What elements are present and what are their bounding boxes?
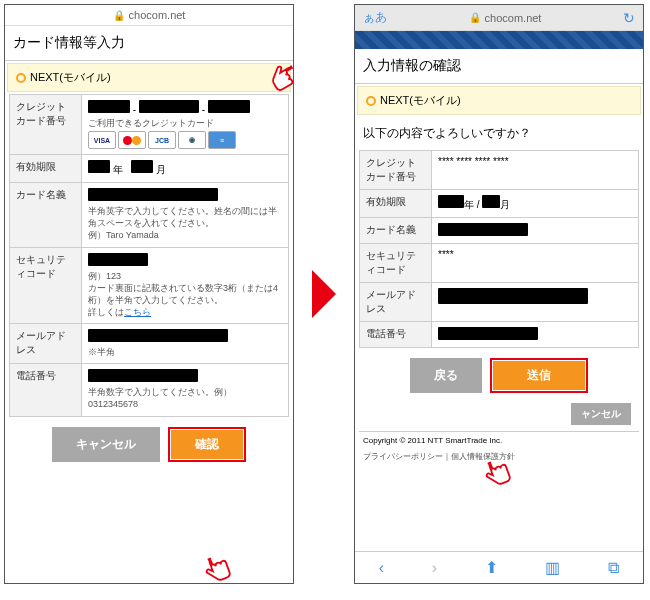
amex-icon: ≡ [208, 131, 236, 149]
confirm-table: クレジットカード番号**** **** **** **** 有効期限年 / 月 … [359, 150, 639, 348]
url-text: chocom.net [129, 9, 186, 21]
back-button[interactable]: 戻る [410, 358, 482, 393]
c-phone-lbl: 電話番号 [360, 322, 432, 348]
c-card-val: **** **** **** **** [432, 151, 639, 190]
card-hint: ご利用できるクレジットカード [88, 117, 282, 129]
c-cvv-val: **** [432, 244, 639, 283]
nav-back-icon[interactable]: ‹ [379, 559, 384, 577]
mastercard-icon [118, 131, 146, 149]
share-icon[interactable]: ⬆︎ [485, 558, 498, 577]
confirm-question: 以下の内容でよろしいですか？ [355, 117, 643, 150]
c-name-lbl: カード名義 [360, 218, 432, 244]
tabs-icon[interactable]: ⧉ [608, 559, 619, 577]
reload-icon[interactable]: ↻ [623, 10, 635, 26]
name-input[interactable] [88, 188, 218, 201]
cvv-hint: 例）123 カード裏面に記載されている数字3桁（または4桁）を半角で入力してくだ… [88, 270, 282, 319]
diners-icon: ◉ [178, 131, 206, 149]
left-phone: 🔒 chocom.net カード情報等入力 NEXT(モバイル) クレジットカー… [4, 4, 294, 584]
cvv-link[interactable]: こちら [124, 307, 151, 317]
nav-fwd-icon[interactable]: › [432, 559, 437, 577]
bookmarks-icon[interactable]: ▥ [545, 558, 560, 577]
card-seg-2[interactable] [139, 100, 199, 113]
label-name: カード名義 [10, 183, 82, 247]
next-banner-left: NEXT(モバイル) [7, 63, 291, 92]
c-email-lbl: メールアドレス [360, 283, 432, 322]
email-hint: ※半角 [88, 346, 282, 358]
copyright: Copyright © 2011 NTT SmartTrade Inc. [359, 431, 639, 449]
card-seg-3[interactable] [208, 100, 250, 113]
cancel-button-right[interactable]: ャンセル [571, 403, 631, 425]
form-table-left: クレジットカード番号 - - ご利用できるクレジットカード VISA JCB ◉… [9, 94, 289, 417]
right-phone: ぁあ 🔒 chocom.net ↻ 入力情報の確認 NEXT(モバイル) 以下の… [354, 4, 644, 584]
arrow-right-icon [312, 270, 336, 318]
circle-icon [366, 96, 376, 106]
next-banner-right: NEXT(モバイル) [357, 86, 641, 115]
phone-hint: 半角数字で入力してください。例）0312345678 [88, 386, 282, 410]
circle-icon [16, 73, 26, 83]
card-brands: VISA JCB ◉ ≡ [88, 131, 282, 149]
expiry-month[interactable] [131, 160, 153, 173]
expiry-year[interactable] [88, 160, 110, 173]
label-email: メールアドレス [10, 324, 82, 364]
lock-icon: 🔒 [469, 12, 481, 23]
email-input[interactable] [88, 329, 228, 342]
c-card-lbl: クレジットカード番号 [360, 151, 432, 190]
confirm-button[interactable]: 確認 [171, 430, 243, 459]
text-size-icon[interactable]: ぁあ [363, 9, 387, 26]
header-banner [355, 31, 643, 49]
label-expiry: 有効期限 [10, 155, 82, 183]
safari-toolbar: ‹ › ⬆︎ ▥ ⧉ [355, 551, 643, 583]
visa-icon: VISA [88, 131, 116, 149]
cancel-button-left[interactable]: キャンセル [52, 427, 160, 462]
phone-input[interactable] [88, 369, 198, 382]
card-seg-1[interactable] [88, 100, 130, 113]
c-exp-lbl: 有効期限 [360, 190, 432, 218]
c-cvv-lbl: セキュリティコード [360, 244, 432, 283]
send-button[interactable]: 送信 [493, 361, 585, 390]
url-text: chocom.net [485, 12, 542, 24]
url-bar-right: ぁあ 🔒 chocom.net ↻ [355, 5, 643, 31]
label-card-no: クレジットカード番号 [10, 95, 82, 155]
label-phone: 電話番号 [10, 364, 82, 416]
page-title-left: カード情報等入力 [5, 26, 293, 61]
lock-icon: 🔒 [113, 10, 125, 21]
name-hint: 半角英字で入力してください。姓名の間には半角スペースを入れてください。 例）Ta… [88, 205, 282, 241]
label-cvv: セキュリティコード [10, 247, 82, 324]
jcb-icon: JCB [148, 131, 176, 149]
cvv-input[interactable] [88, 253, 148, 266]
privacy-links[interactable]: プライバシーポリシー｜個人情報保護方針 [359, 449, 639, 464]
page-title-right: 入力情報の確認 [355, 49, 643, 84]
url-bar-left: 🔒 chocom.net [5, 5, 293, 26]
